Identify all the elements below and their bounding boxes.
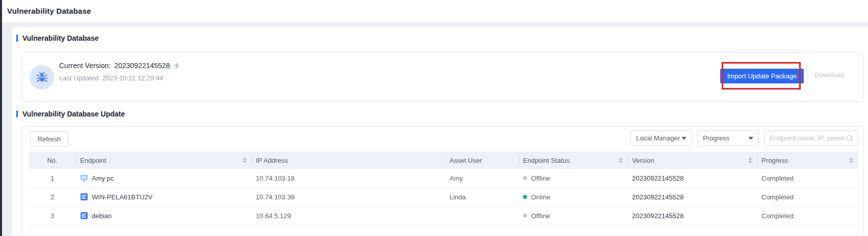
button-divider [807, 74, 808, 82]
cell-progress: Completed [757, 188, 858, 206]
status-label: Offline [531, 212, 550, 220]
sort-icon[interactable] [243, 157, 248, 163]
content-card: Vulnerability Database Current Versio [12, 27, 868, 236]
manager-select[interactable]: Local Manager [630, 130, 692, 146]
version-info-panel: Current Version: 20230922145528 Last Upd… [22, 52, 864, 102]
bug-icon [30, 65, 54, 90]
current-version-line: Current Version: 20230922145528 [59, 62, 180, 70]
page-title: Vulnerability Database [7, 7, 91, 15]
chevron-down-icon [748, 137, 753, 140]
column-header-no: No. [29, 152, 76, 169]
cell-asset-user [445, 206, 519, 225]
cell-ip-address: 10.74.103.38 [252, 188, 445, 206]
database-section-header: Vulnerability Database [16, 34, 99, 42]
sort-icon[interactable] [748, 157, 753, 163]
endpoint-search-input[interactable] [770, 134, 846, 142]
cell-asset-user: Amy [445, 169, 519, 187]
cell-endpoint[interactable]: WIN-PELA61BTU2V [76, 188, 252, 206]
cell-endpoint-status: Offline [519, 206, 628, 225]
chevron-down-icon [681, 137, 687, 140]
last-updated-label: Last Updated: [59, 74, 100, 82]
cell-ip-address: 10.74.103.18 [252, 169, 445, 187]
cell-version: 20230922145528 [628, 206, 757, 225]
server-icon [80, 193, 88, 201]
cell-progress: Completed [757, 169, 858, 187]
table-row: 1 Amy pc 10.74.103.18 [29, 169, 858, 188]
status-label: Offline [531, 174, 550, 182]
column-header-version[interactable]: Version [628, 152, 757, 169]
refresh-button[interactable]: Refresh [30, 131, 68, 147]
cell-version: 20230922145528 [628, 188, 757, 206]
update-table-panel: Refresh Local Manager Progress No. [22, 126, 864, 236]
upgrade-icon[interactable] [173, 62, 180, 69]
current-version-value: 20230922145528 [114, 62, 170, 70]
current-version-label: Current Version: [59, 62, 111, 70]
top-bar: Vulnerability Database [2, 0, 868, 22]
update-section-header: Vulnerability Database Update [16, 110, 125, 118]
table-row: 2 WIN-PELA61BTU2V 10.74.103.38 [29, 188, 858, 206]
section-accent-bar [16, 110, 18, 117]
sort-icon[interactable] [849, 157, 854, 163]
sort-icon[interactable] [619, 157, 624, 163]
column-header-progress[interactable]: Progress [757, 152, 858, 169]
progress-select-value: Progress [703, 134, 729, 142]
cell-progress: Completed [757, 206, 858, 225]
progress-select[interactable]: Progress [697, 130, 759, 146]
column-header-endpoint[interactable]: Endpoint [76, 152, 252, 169]
table-header-row: No. Endpoint IP Address Asset User Endpo… [29, 152, 858, 169]
cell-version: 20230922145528 [628, 169, 757, 187]
database-section-title: Vulnerability Database [22, 34, 99, 42]
endpoint-name[interactable]: WIN-PELA61BTU2V [92, 193, 152, 201]
server-icon [80, 212, 88, 220]
update-section-title: Vulnerability Database Update [22, 110, 125, 118]
cell-no: 1 [29, 169, 76, 187]
section-accent-bar [16, 35, 18, 42]
vulnerability-database-page: Vulnerability Database Vulnerability Dat… [0, 0, 868, 236]
column-header-asset-user: Asset User [445, 152, 519, 169]
cell-endpoint-status: Online [519, 188, 628, 206]
import-update-package-button[interactable]: Import Update Package [720, 69, 804, 83]
cell-asset-user: Linda [445, 188, 519, 206]
cell-no: 3 [29, 206, 76, 225]
version-info-block: Current Version: 20230922145528 Last Upd… [59, 62, 180, 82]
manager-select-value: Local Manager [636, 134, 680, 142]
search-icon[interactable] [846, 134, 854, 142]
cell-endpoint[interactable]: Amy pc [76, 169, 252, 187]
column-header-ip-address: IP Address [252, 152, 445, 169]
status-dot-offline [523, 214, 527, 218]
download-link-disabled: Download [814, 71, 844, 79]
endpoint-search-box [764, 130, 858, 146]
last-updated-line: Last Updated: 2023-10-11 12:29:44 [59, 74, 180, 82]
endpoint-name[interactable]: Amy pc [92, 174, 114, 182]
monitor-icon [80, 174, 88, 182]
cell-endpoint-status: Offline [519, 169, 628, 187]
column-header-endpoint-status[interactable]: Endpoint Status [519, 152, 628, 169]
status-label: Online [531, 193, 550, 201]
cell-no: 2 [29, 188, 76, 206]
cell-ip-address: 10.64.5.129 [252, 206, 445, 225]
cell-endpoint[interactable]: debian [76, 206, 252, 225]
last-updated-value: 2023-10-11 12:29:44 [102, 74, 164, 82]
table-row: 3 debian 10.64.5.129 [29, 206, 858, 225]
status-dot-online [523, 195, 527, 199]
status-dot-offline [523, 176, 527, 180]
endpoint-name[interactable]: debian [92, 212, 112, 220]
endpoint-table: No. Endpoint IP Address Asset User Endpo… [29, 152, 858, 225]
